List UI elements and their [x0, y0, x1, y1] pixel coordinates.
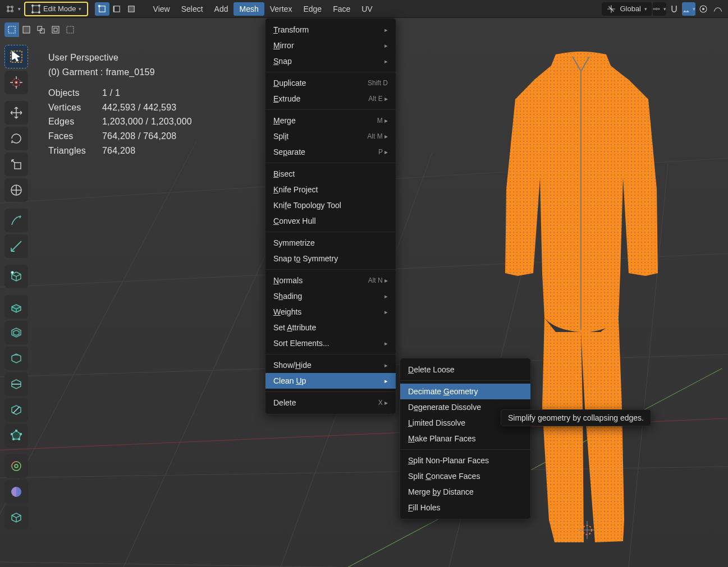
menu-face[interactable]: Face — [327, 2, 356, 16]
mesh-menu-item[interactable]: DuplicateShift D — [265, 75, 396, 91]
mesh-menu-item[interactable]: Show/Hide▸ — [265, 357, 396, 373]
mesh-menu-item[interactable]: Set Attribute — [265, 320, 396, 335]
menu-add[interactable]: Add — [209, 2, 234, 16]
snap-toggle[interactable] — [667, 2, 681, 16]
menu-vertex[interactable]: Vertex — [264, 2, 298, 16]
select-vis-2[interactable] — [19, 22, 34, 37]
menu-item-label: Set Attribute — [273, 323, 316, 332]
tool-cursor[interactable] — [4, 71, 28, 94]
svg-rect-37 — [40, 29, 45, 34]
mesh-menu-separator — [265, 391, 396, 392]
tool-spin[interactable] — [4, 454, 28, 478]
mesh-menu-item[interactable]: Knife Topology Tool — [265, 197, 396, 213]
menu-item-label: Delete — [273, 398, 296, 407]
mesh-menu-item[interactable]: MergeM ▸ — [265, 113, 396, 128]
mesh-menu-item[interactable]: Clean Up▸ — [265, 373, 396, 389]
cleanup-item[interactable]: Merge by Distance — [400, 484, 530, 500]
select-vis-3[interactable] — [34, 22, 48, 37]
vertex-select-mode[interactable] — [95, 2, 109, 16]
menu-edge[interactable]: Edge — [297, 2, 327, 16]
menu-item-label: Merge by Distance — [408, 487, 474, 496]
svg-rect-40 — [67, 26, 74, 33]
submenu-arrow-icon: ▸ — [384, 26, 388, 34]
tool-scale[interactable] — [4, 153, 28, 176]
select-mode-group — [95, 2, 139, 16]
transform-orientation-dropdown[interactable]: Global ▾ — [602, 2, 652, 16]
menu-item-label: Delete Loose — [408, 365, 455, 374]
svg-rect-38 — [52, 26, 59, 33]
menu-uv[interactable]: UV — [356, 2, 378, 16]
cleanup-item[interactable]: Make Planar Faces — [400, 431, 530, 446]
menu-item-label: Knife Topology Tool — [273, 201, 341, 210]
tool-transform[interactable] — [4, 178, 28, 202]
mesh-menu-item[interactable]: Convex Hull — [265, 213, 396, 229]
menu-hotkey-arrow: Alt M ▸ — [367, 132, 388, 140]
proportional-edit-toggle[interactable] — [697, 2, 710, 16]
tool-inset-faces[interactable] — [4, 321, 28, 344]
menu-item-label: Weights — [273, 307, 301, 316]
cleanup-item[interactable]: Delete Loose — [400, 362, 530, 377]
stat-label: Faces — [48, 129, 94, 144]
menu-select[interactable]: Select — [176, 2, 209, 16]
svg-point-55 — [11, 434, 13, 435]
select-vis-4[interactable] — [48, 22, 63, 37]
select-vis-5[interactable] — [63, 22, 77, 37]
mesh-menu-separator — [265, 232, 396, 232]
mesh-menu-separator — [265, 72, 396, 72]
mesh-menu-item[interactable]: Weights▸ — [265, 304, 396, 320]
tool-annotate[interactable] — [4, 209, 28, 232]
svg-point-13 — [656, 8, 657, 10]
tool-select-box[interactable] — [4, 45, 28, 68]
mesh-menu-item[interactable]: SeparateP ▸ — [265, 144, 396, 160]
snap-options-dropdown[interactable]: ▾ — [682, 2, 695, 16]
mesh-menu-item[interactable]: DeleteX ▸ — [265, 395, 396, 411]
proportional-falloff-dropdown[interactable] — [711, 2, 725, 16]
tool-add-cube[interactable] — [4, 265, 28, 288]
tool-knife[interactable] — [4, 398, 28, 422]
tool-bevel[interactable] — [4, 347, 28, 370]
cleanup-separator — [400, 380, 530, 381]
svg-point-53 — [19, 439, 20, 440]
tool-extrude-region[interactable] — [4, 295, 28, 319]
tool-edge-slide[interactable] — [4, 506, 28, 529]
menu-mesh[interactable]: Mesh — [233, 2, 264, 16]
svg-point-7 — [32, 11, 34, 13]
tool-poly-build[interactable] — [4, 424, 28, 448]
pivot-dropdown[interactable]: ▾ — [653, 2, 666, 16]
mode-dropdown[interactable]: Edit Mode ▾ — [28, 3, 85, 15]
menu-item-label: Normals — [273, 276, 303, 285]
menu-view[interactable]: View — [148, 2, 176, 16]
tool-rotate[interactable] — [4, 127, 28, 150]
mesh-menu-item[interactable]: NormalsAlt N ▸ — [265, 273, 396, 288]
editor-type-dropdown[interactable] — [3, 2, 17, 16]
svg-rect-39 — [54, 28, 57, 31]
cleanup-item[interactable]: Split Non-Planar Faces — [400, 453, 530, 468]
svg-point-15 — [658, 8, 660, 9]
mesh-menu-item[interactable]: Sort Elements...▸ — [265, 335, 396, 351]
mesh-menu-item[interactable]: Transform▸ — [265, 22, 396, 38]
menu-item-label: Duplicate — [273, 79, 306, 87]
mesh-menu-item[interactable]: ExtrudeAlt E ▸ — [265, 91, 396, 107]
mesh-menu-item[interactable]: Mirror▸ — [265, 38, 396, 53]
tool-loop-cut[interactable] — [4, 372, 28, 396]
mesh-menu-item[interactable]: Bisect — [265, 166, 396, 182]
mesh-menu-item[interactable]: SplitAlt M ▸ — [265, 128, 396, 144]
menu-item-label: Extrude — [273, 94, 300, 103]
face-select-mode[interactable] — [124, 2, 139, 16]
cleanup-item[interactable]: Split Concave Faces — [400, 468, 530, 484]
cleanup-item[interactable]: Fill Holes — [400, 500, 530, 515]
menu-item-label: Snap — [273, 57, 292, 66]
mesh-menu-item[interactable]: Shading▸ — [265, 288, 396, 304]
edge-select-mode[interactable] — [109, 2, 124, 16]
mesh-menu-item[interactable]: Knife Project — [265, 182, 396, 197]
cleanup-item[interactable]: Decimate Geometry — [400, 384, 530, 399]
mesh-menu-item[interactable]: Snap▸ — [265, 53, 396, 69]
tool-measure[interactable] — [4, 234, 28, 258]
mesh-menu-separator — [265, 354, 396, 354]
mesh-menu-item[interactable]: Symmetrize — [265, 235, 396, 251]
mesh-menu-separator — [265, 109, 396, 110]
select-vis-1[interactable] — [4, 22, 19, 37]
tool-smooth[interactable] — [4, 480, 28, 504]
tool-move[interactable] — [4, 101, 28, 125]
mesh-menu-item[interactable]: Snap to Symmetry — [265, 251, 396, 266]
